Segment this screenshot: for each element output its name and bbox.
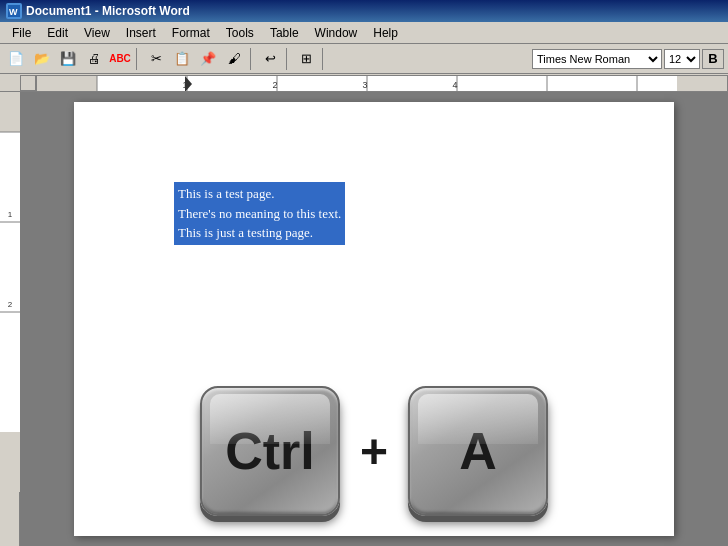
open-button[interactable]: 📂 [30,48,54,70]
insert-table-button[interactable]: ⊞ [294,48,318,70]
title-bar: W Document1 - Microsoft Word [0,0,728,22]
svg-text:3: 3 [362,80,367,90]
menu-format[interactable]: Format [164,24,218,42]
font-size-select[interactable]: 12 [664,49,700,69]
menu-file[interactable]: File [4,24,39,42]
cut-button[interactable]: ✂ [144,48,168,70]
menu-help[interactable]: Help [365,24,406,42]
menu-view[interactable]: View [76,24,118,42]
app-icon: W [6,3,22,19]
text-line-1: This is a test page. [178,184,341,204]
print-button[interactable]: 🖨 [82,48,106,70]
svg-text:2: 2 [8,300,13,309]
keyboard-shortcut-display: Ctrl + A [200,386,548,516]
a-key: A [408,386,548,516]
svg-text:W: W [9,7,18,17]
ruler-corner [20,75,36,91]
font-name-select[interactable]: Times New Roman [532,49,662,69]
vruler-svg: 1 2 [0,92,20,492]
menu-bar: File Edit View Insert Format Tools Table… [0,22,728,44]
bold-button[interactable]: B [702,49,724,69]
save-button[interactable]: 💾 [56,48,80,70]
new-button[interactable]: 📄 [4,48,28,70]
menu-table[interactable]: Table [262,24,307,42]
text-line-3: This is just a testing page. [178,223,341,243]
main-area: 1 2 This is a test page. There's no mean… [0,92,728,546]
document-area[interactable]: This is a test page. There's no meaning … [20,92,728,546]
ruler: 1 2 3 4 [0,74,728,92]
svg-text:4: 4 [452,80,457,90]
menu-edit[interactable]: Edit [39,24,76,42]
separator-2 [250,48,254,70]
separator-4 [322,48,326,70]
ruler-svg: 1 2 3 4 [37,76,727,92]
svg-text:1: 1 [8,210,13,219]
vertical-ruler: 1 2 [0,92,20,546]
undo-button[interactable]: ↩ [258,48,282,70]
menu-window[interactable]: Window [307,24,366,42]
text-line-2: There's no meaning to this text. [178,204,341,224]
format-painter-button[interactable]: 🖌 [222,48,246,70]
window-title: Document1 - Microsoft Word [26,4,190,18]
svg-rect-17 [0,132,20,432]
copy-button[interactable]: 📋 [170,48,194,70]
menu-insert[interactable]: Insert [118,24,164,42]
separator-1 [136,48,140,70]
spell-check-button[interactable]: ABC [108,48,132,70]
selected-text-block: This is a test page. There's no meaning … [174,182,345,245]
svg-text:2: 2 [272,80,277,90]
watermark-line2: www.bimeiz.com [562,494,644,506]
word-page: This is a test page. There's no meaning … [74,102,674,536]
watermark-line1: 生活百科 [562,479,644,494]
menu-tools[interactable]: Tools [218,24,262,42]
toolbar: 📄 📂 💾 🖨 ABC ✂ 📋 📌 🖌 ↩ ⊞ Times New Roman … [0,44,728,74]
paste-button[interactable]: 📌 [196,48,220,70]
plus-sign: + [360,424,388,479]
horizontal-ruler: 1 2 3 4 [36,75,728,91]
separator-3 [286,48,290,70]
ctrl-key: Ctrl [200,386,340,516]
watermark: 生活百科 www.bimeiz.com [562,479,644,506]
